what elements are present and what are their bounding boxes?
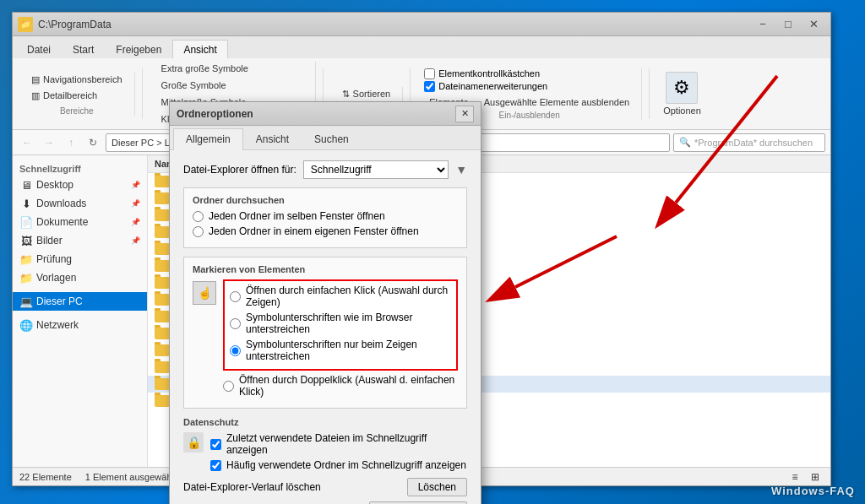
dialog-title: Ordneroptionen (177, 108, 455, 120)
dialog-tab-ansicht[interactable]: Ansicht (243, 128, 302, 149)
svg-line-3 (676, 76, 777, 203)
datenschutz-section: Datenschutz 🔒 Zuletzt verwendete Dateien… (183, 417, 467, 496)
ordner-section-title: Ordner durchsuchen (193, 195, 458, 205)
svg-line-1 (515, 236, 617, 287)
explorer-open-row: Datei-Explorer öffnen für: Schnellzugrif… (183, 160, 467, 179)
datenschutz-check-1[interactable]: Zuletzt verwendete Dateien im Schnellzug… (210, 432, 467, 456)
dialog-title-bar: Ordneroptionen ✕ (170, 102, 481, 126)
dialog-tab-suchen[interactable]: Suchen (302, 128, 362, 149)
red-arrow (414, 219, 625, 355)
ordner-option-2: Jeden Ordner in einem eigenen Fenster öf… (209, 225, 419, 237)
cursor-icon: ☝ (193, 281, 216, 305)
datenschutz-icon-1: 🔒 (183, 432, 204, 453)
clear-row: Datei-Explorer-Verlauf löschen Löschen (183, 478, 467, 496)
dialog-overlay: Ordneroptionen ✕ Allgemein Ansicht Suche… (0, 0, 865, 504)
clear-label: Datei-Explorer-Verlauf löschen (183, 481, 321, 493)
dialog-close-button[interactable]: ✕ (455, 106, 474, 122)
explorer-open-select[interactable]: Schnellzugriff (303, 160, 449, 179)
datenschutz-checks: Zuletzt verwendete Dateien im Schnellzug… (210, 432, 467, 474)
datenschutz-label-2: Häufig verwendete Ordner im Schnellzugri… (226, 459, 466, 471)
dialog-tabs: Allgemein Ansicht Suchen (170, 126, 481, 150)
datenschutz-label-1: Zuletzt verwendete Dateien im Schnellzug… (226, 432, 467, 456)
loschen-button[interactable]: Löschen (407, 478, 467, 496)
red-arrow-2 (642, 68, 811, 236)
explorer-open-label: Datei-Explorer öffnen für: (183, 164, 296, 176)
markieren-radio-4[interactable]: Öffnen durch Doppelklick (Auswahl d. ein… (223, 374, 458, 398)
datenschutz-title: Datenschutz (183, 417, 467, 427)
dialog-tab-allgemein[interactable]: Allgemein (173, 128, 243, 150)
ordner-option-1: Jeden Ordner im selben Fenster öffnen (209, 210, 385, 222)
markieren-option-4: Öffnen durch Doppelklick (Auswahl d. ein… (239, 374, 458, 398)
dropdown-arrow-icon: ▼ (455, 163, 467, 176)
datenschutz-check-2[interactable]: Häufig verwendete Ordner im Schnellzugri… (210, 459, 467, 471)
